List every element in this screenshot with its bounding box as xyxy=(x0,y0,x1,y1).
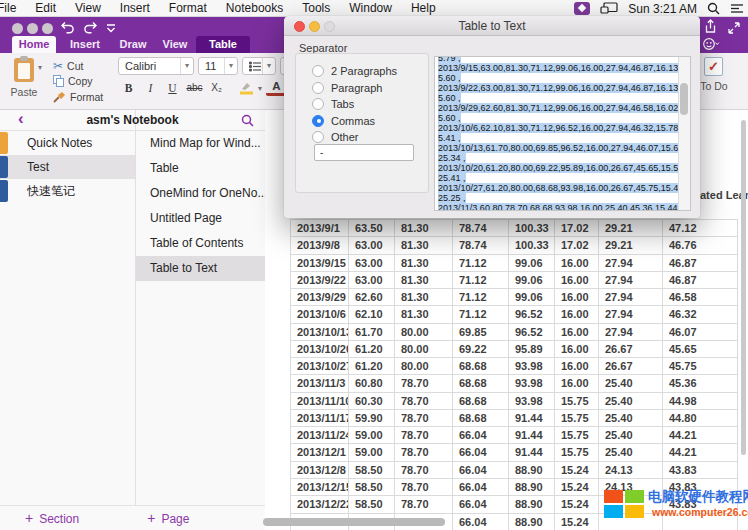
selected-text: 5.60 , xyxy=(438,73,461,83)
option-2-paragraphs[interactable]: 2 Paragraphs xyxy=(296,63,428,80)
sidebar-item-快速笔记[interactable]: 快速笔记 xyxy=(0,179,135,203)
font-name-combo[interactable]: Calibri▾ xyxy=(118,57,194,75)
add-page-button[interactable]: +Page xyxy=(147,510,189,526)
option-label: Other xyxy=(331,131,359,143)
table-row[interactable]: 2013/9/163.5081.3078.74100.3317.0229.214… xyxy=(291,220,738,237)
notebook-search-icon[interactable] xyxy=(241,114,254,127)
table-row[interactable]: 2013/11/360.8078.7068.6893.9816.0025.404… xyxy=(291,375,738,392)
minimize-button[interactable] xyxy=(27,23,38,34)
sticker-smiley-icon[interactable] xyxy=(702,37,722,51)
cut-button[interactable]: ✂ Cut xyxy=(53,59,83,73)
preview-line: 2013/10/13,61.70,80.00,69.85,96.52,16.00… xyxy=(438,143,676,153)
zoom-button[interactable] xyxy=(42,23,53,34)
page-item-mind-map-for-wind-[interactable]: Mind Map for Wind... xyxy=(136,131,265,156)
tab-home[interactable]: Home xyxy=(12,36,56,53)
table-row[interactable]: 2013/9/1563.0081.3071.1299.0616.0027.944… xyxy=(291,255,738,272)
radio-unselected[interactable] xyxy=(312,65,324,77)
redo-icon[interactable] xyxy=(83,21,98,34)
dialog-titlebar[interactable]: Table to Text xyxy=(284,16,700,36)
page-item-table-to-text[interactable]: Table to Text xyxy=(136,256,265,281)
add-section-button[interactable]: +Section xyxy=(25,510,79,526)
subscript-button[interactable]: X₂ xyxy=(206,79,227,97)
table-cell: 16.00 xyxy=(555,272,599,289)
underline-button[interactable]: U xyxy=(162,79,183,97)
spotlight-search-icon[interactable] xyxy=(707,2,720,15)
menu-item-format[interactable]: Format xyxy=(169,1,207,15)
table-row[interactable]: 2013/12/858.5078.7066.0488.9015.2424.134… xyxy=(291,462,738,479)
table-row[interactable]: 2013/11/1060.3078.7068.6893.9815.7525.40… xyxy=(291,393,738,410)
undo-icon[interactable] xyxy=(60,21,75,34)
table-cell: 71.12 xyxy=(453,289,509,306)
paste-dropdown-caret[interactable]: ▾ xyxy=(38,64,42,72)
displays-icon[interactable] xyxy=(600,2,618,15)
table-row[interactable]: 2013/10/2761.2080.0068.6893.9816.0026.67… xyxy=(291,358,738,375)
menu-item-insert[interactable]: Insert xyxy=(120,1,150,15)
table-cell: 15.75 xyxy=(555,444,599,461)
table-row[interactable]: 2013/10/2061.2080.0069.2295.8916.0026.67… xyxy=(291,341,738,358)
preview-textarea[interactable]: 5.79 ,2013/9/15,63.00,81.30,71.12,99.06,… xyxy=(434,56,691,211)
page-item-table[interactable]: Table xyxy=(136,156,265,181)
customize-toolbar-icon[interactable] xyxy=(106,24,116,33)
table-row[interactable]: 2013/11/1759.9078.7068.6891.4415.7525.40… xyxy=(291,410,738,427)
menu-item-edit[interactable]: Edit xyxy=(35,1,56,15)
close-button[interactable] xyxy=(12,23,23,34)
radio-unselected[interactable] xyxy=(312,82,324,94)
page-item-untitled-page[interactable]: Untitled Page xyxy=(136,206,265,231)
table-row[interactable]: 2013/9/2962.6081.3071.1299.0616.0027.944… xyxy=(291,289,738,306)
option-commas[interactable]: Commas xyxy=(296,113,428,130)
table-cell: 63.50 xyxy=(349,220,395,237)
italic-button[interactable]: I xyxy=(140,79,161,97)
table-cell: 15.24 xyxy=(555,479,599,496)
horizontal-scrollbar[interactable] xyxy=(263,518,445,526)
notebook-title[interactable]: asm's Notebook xyxy=(0,113,265,127)
fullscreen-icon[interactable] xyxy=(727,21,741,35)
tab-table[interactable]: Table xyxy=(196,36,250,53)
table-row[interactable]: 2013/9/863.0081.3078.74100.3317.0229.214… xyxy=(291,237,738,254)
table-cell: 63.00 xyxy=(349,255,395,272)
radio-unselected[interactable] xyxy=(312,98,324,110)
menu-item-notebooks[interactable]: Notebooks xyxy=(226,1,283,15)
tab-insert[interactable]: Insert xyxy=(62,36,108,53)
share-icon[interactable] xyxy=(703,19,718,34)
menu-item-view[interactable]: View xyxy=(75,1,101,15)
table-row[interactable]: 2013/10/662.1081.3071.1296.5216.0027.944… xyxy=(291,306,738,323)
table-row[interactable]: 2013/10/1361.7080.0069.8596.5216.0027.94… xyxy=(291,324,738,341)
font-size-combo[interactable]: 11▾ xyxy=(198,57,238,75)
other-separator-input[interactable] xyxy=(314,144,414,161)
highlight-caret[interactable]: ▾ xyxy=(258,85,262,93)
table-row[interactable]: 2013/12/159.0078.7066.0491.4415.7525.404… xyxy=(291,444,738,461)
radio-selected[interactable] xyxy=(312,115,324,127)
format-painter-button[interactable]: Format xyxy=(53,91,103,103)
notification-center-icon[interactable] xyxy=(730,3,744,15)
bold-button[interactable]: B xyxy=(118,79,139,97)
menu-item-file[interactable]: File xyxy=(0,1,16,15)
highlight-button[interactable] xyxy=(234,79,258,97)
selected-text: 25.41 , xyxy=(438,173,466,183)
table-cell: 63.00 xyxy=(349,272,395,289)
sidebar-item-test[interactable]: Test xyxy=(0,155,135,179)
option-tabs[interactable]: Tabs xyxy=(296,96,428,113)
option-paragraph[interactable]: Paragraph xyxy=(296,80,428,97)
preview-scrollbar-track[interactable] xyxy=(678,57,690,210)
onenote-clipper-icon[interactable] xyxy=(574,2,590,15)
table-row[interactable]: 2013/9/2263.0081.3071.1299.0616.0027.944… xyxy=(291,272,738,289)
todo-checkbox[interactable]: ✓ xyxy=(704,57,723,76)
page-item-onemind-for-oneno-[interactable]: OneMind for OneNo... xyxy=(136,181,265,206)
strikethrough-button[interactable]: abc xyxy=(184,79,205,97)
tab-view[interactable]: View xyxy=(154,36,196,53)
radio-unselected[interactable] xyxy=(312,131,324,143)
menu-item-tools[interactable]: Tools xyxy=(302,1,330,15)
menu-item-window[interactable]: Window xyxy=(349,1,392,15)
table-cell: 44.80 xyxy=(663,410,738,427)
copy-button[interactable]: Copy xyxy=(53,75,93,87)
bullet-list-button[interactable]: ▾ xyxy=(242,57,276,75)
table-row[interactable]: 2013/11/2459.0078.7066.0491.4415.7525.40… xyxy=(291,427,738,444)
paste-button[interactable]: Paste xyxy=(6,86,42,98)
menu-item-help[interactable]: Help xyxy=(411,1,436,15)
page-item-table-of-contents[interactable]: Table of Contents xyxy=(136,231,265,256)
tab-draw[interactable]: Draw xyxy=(112,36,154,53)
vertical-scrollbar[interactable] xyxy=(741,120,746,455)
sidebar-item-quick-notes[interactable]: Quick Notes xyxy=(0,131,135,155)
preview-scrollbar-thumb[interactable] xyxy=(680,83,688,115)
menu-clock[interactable]: Sun 3:21 AM xyxy=(628,2,697,16)
